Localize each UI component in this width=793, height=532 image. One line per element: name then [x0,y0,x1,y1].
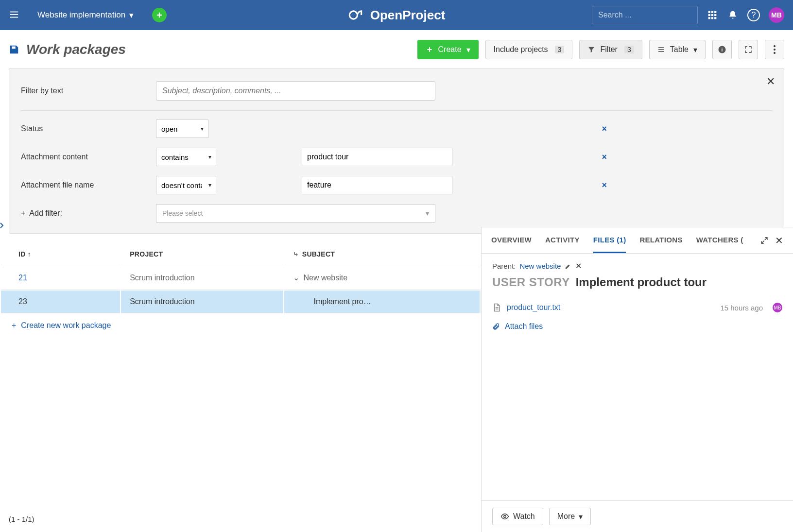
attach-files-link[interactable]: Attach files [492,322,782,331]
svg-rect-12 [711,14,713,16]
caret-down-icon: ▾ [693,45,697,54]
svg-rect-10 [714,11,716,13]
filter-operator-select[interactable]: doesn't contain [156,176,216,194]
plus-icon [426,46,433,53]
close-detail-button[interactable]: ✕ [775,235,783,246]
svg-point-26 [504,515,506,518]
project-selector[interactable]: Website implementation ▾ [37,10,134,20]
col-id[interactable]: ID↑ [1,243,120,265]
tab-activity[interactable]: ACTIVITY [545,227,580,253]
include-projects-count: 3 [555,46,565,53]
wp-id: 23 [18,297,27,306]
caret-down-icon: ▾ [426,209,429,217]
tab-files[interactable]: FILES (1) [593,227,626,253]
wp-heading: USER STORY Implement product tour [492,275,782,289]
view-label: Table [670,45,689,54]
wp-subject: Implement pro… [284,291,479,313]
expand-icon[interactable] [760,237,768,244]
page-title-wrap: Work packages [9,42,126,57]
table-icon [657,46,665,53]
plus-icon: + [12,321,16,330]
info-button[interactable]: i [712,40,732,59]
filter-value-input[interactable] [302,148,452,166]
file-age: 15 hours ago [720,304,763,312]
filter-label: Status [21,124,147,133]
file-row[interactable]: product_tour.txt 15 hours ago MB [492,300,782,315]
header-right: ? MB [592,6,784,24]
filter-by-text-input[interactable] [156,81,435,101]
filter-button[interactable]: Filter 3 [579,40,642,59]
pagination: (1 - 1/1) [9,515,34,523]
file-icon [492,303,501,312]
fullscreen-button[interactable] [739,40,758,59]
brand-text: OpenProject [370,8,446,23]
wp-type: USER STORY [492,275,570,289]
detail-tabs: OVERVIEW ACTIVITY FILES (1) RELATIONS WA… [482,227,793,254]
hierarchy-icon: ⤷ [293,250,299,258]
wp-subject: ⌄New website [284,266,479,290]
toolbar: Work packages Create ▾ Include projects … [0,30,793,68]
col-subject[interactable]: ⤷SUBJECT [284,243,479,265]
wp-title: Implement product tour [576,275,707,289]
detail-footer: Watch More ▾ [482,500,793,532]
tab-overview[interactable]: OVERVIEW [491,227,532,253]
close-filter-panel-button[interactable]: ✕ [766,75,775,88]
chevron-down-icon[interactable]: ⌄ [293,274,299,282]
caret-down-icon: ▾ [129,10,134,20]
include-projects-button[interactable]: Include projects 3 [485,40,573,59]
filter-panel: ✕ Filter by text Status open × Attachmen… [9,68,784,234]
global-search[interactable] [592,6,698,24]
remove-filter-button[interactable]: × [602,152,607,162]
view-mode-button[interactable]: Table ▾ [649,40,706,59]
search-input[interactable] [598,11,695,19]
global-add-button[interactable] [152,8,167,22]
col-project[interactable]: PROJECT [121,243,283,265]
create-button[interactable]: Create ▾ [417,40,479,59]
hamburger-menu-icon[interactable] [9,9,20,21]
tab-relations[interactable]: RELATIONS [639,227,682,253]
page-title: Work packages [26,42,126,57]
parent-row: Parent: New website ✕ [492,261,782,271]
top-header: Website implementation ▾ OpenProject ? M… [0,0,793,30]
remove-parent-button[interactable]: ✕ [575,261,582,271]
svg-rect-14 [708,17,710,19]
wp-id-link[interactable]: 21 [18,274,27,282]
edit-icon[interactable] [565,263,571,270]
sort-asc-icon: ↑ [28,250,31,258]
filter-label: Filter [600,45,618,54]
remove-filter-button[interactable]: × [602,124,607,134]
wp-project: Scrum introduction [121,266,283,290]
filter-operator-select[interactable]: open [156,120,208,138]
svg-point-5 [349,11,357,19]
parent-link[interactable]: New website [519,262,561,270]
svg-rect-13 [714,14,716,16]
filter-label: Attachment file name [21,181,147,189]
paperclip-icon [492,323,500,330]
more-actions-button[interactable] [765,40,784,59]
divider [21,110,772,111]
parent-label: Parent: [492,262,516,270]
filter-by-text-label: Filter by text [21,86,147,95]
save-icon[interactable] [9,44,19,55]
modules-icon[interactable] [707,9,718,21]
caret-down-icon: ▾ [466,45,470,54]
fullscreen-icon [744,46,752,53]
tab-watchers[interactable]: WATCHERS ( [696,227,743,253]
svg-rect-15 [711,17,713,19]
filter-icon [587,46,595,53]
file-name[interactable]: product_tour.txt [507,303,560,312]
uploader-avatar: MB [773,303,782,312]
filter-row-attachment-filename: Attachment file name doesn't contain × [21,176,772,194]
wp-project: Scrum introduction [121,291,283,313]
watch-button[interactable]: Watch [492,508,543,525]
detail-panel: OVERVIEW ACTIVITY FILES (1) RELATIONS WA… [481,227,793,532]
filter-operator-select[interactable]: contains [156,148,216,166]
expand-sidebar-tab[interactable] [0,221,5,231]
more-button[interactable]: More ▾ [549,508,591,525]
user-avatar[interactable]: MB [769,7,784,23]
help-icon[interactable]: ? [747,9,760,21]
add-filter-select[interactable]: Please select ▾ [156,204,435,223]
filter-value-input[interactable] [302,176,452,194]
remove-filter-button[interactable]: × [602,180,607,190]
notifications-icon[interactable] [727,9,739,21]
